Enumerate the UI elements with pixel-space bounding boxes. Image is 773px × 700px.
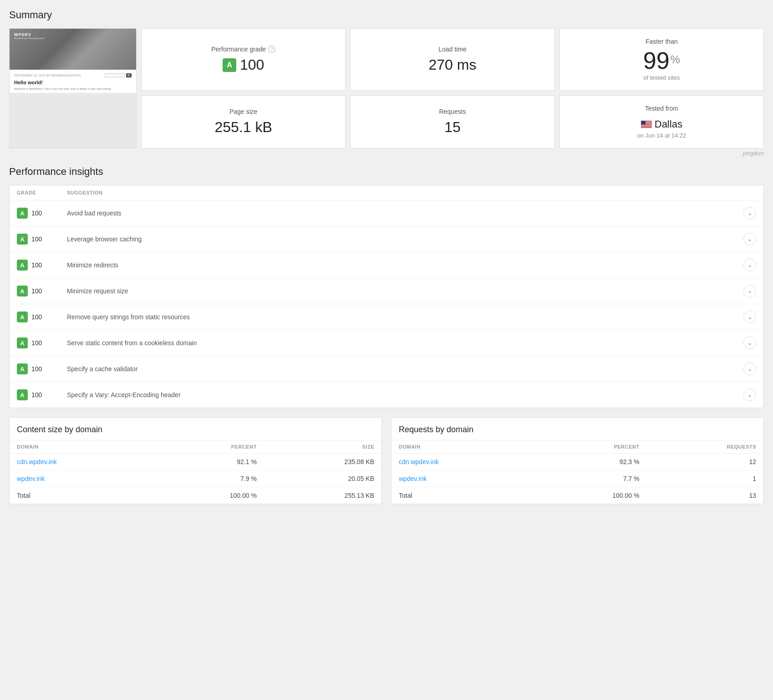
- size-cell: 20.05 KB: [264, 470, 381, 487]
- requests-col-header: REQUESTS: [646, 440, 763, 454]
- bottom-grid: Content size by domain DOMAIN PERCENT SI…: [9, 417, 764, 504]
- insight-suggestion: Serve static content from a cookieless d…: [67, 339, 743, 347]
- expand-button[interactable]: ⌄: [743, 285, 756, 297]
- requests-label: Requests: [439, 108, 466, 115]
- svg-rect-12: [641, 128, 652, 128]
- insight-row[interactable]: A 100 Minimize request size ⌄: [10, 278, 763, 304]
- requests-value: 15: [444, 119, 461, 136]
- insight-row[interactable]: A 100 Specify a Vary: Accept-Encoding he…: [10, 382, 763, 408]
- svg-rect-11: [641, 127, 652, 128]
- faster-than-card: Faster than 99 % of tested sites: [559, 28, 764, 91]
- domain-cell: wpdev.ink: [392, 470, 536, 487]
- insights-header: Grade Suggestion: [10, 185, 763, 200]
- grade-badge: A: [223, 58, 236, 72]
- insight-row[interactable]: A 100 Specify a cache validator ⌄: [10, 356, 763, 382]
- faster-than-value: 99 %: [643, 49, 680, 72]
- insights-section: Performance insights Grade Suggestion A …: [9, 166, 764, 408]
- page-size-value: 255.1 kB: [215, 119, 272, 136]
- insight-score: 100: [31, 261, 42, 269]
- insight-row[interactable]: A 100 Avoid bad requests ⌄: [10, 200, 763, 226]
- performance-grade-value: A 100: [223, 56, 264, 73]
- domain-cell: wpdev.ink: [10, 470, 154, 487]
- insight-badge: A: [17, 208, 28, 219]
- table-row: wpdev.ink 7.9 % 20.05 KB: [10, 470, 381, 487]
- insight-badge: A: [17, 337, 28, 348]
- screenshot-card: WPDEV WordPress Development NOVEMBER 13,…: [9, 28, 137, 148]
- grade-column-header: Grade: [17, 190, 67, 195]
- summary-section: Summary WPDEV WordPress Development NOVE…: [9, 9, 764, 157]
- table-row: cdn.wpdev.ink 92.1 % 235.08 KB: [10, 454, 381, 470]
- insight-suggestion: Minimize request size: [67, 287, 743, 295]
- load-time-card: Load time 270 ms: [350, 28, 554, 91]
- requests-cell: 1: [646, 470, 763, 487]
- requests-by-domain-section: Requests by domain DOMAIN PERCENT REQUES…: [391, 417, 764, 504]
- screenshot-image: WPDEV WordPress Development NOVEMBER 13,…: [10, 29, 136, 148]
- expand-button[interactable]: ⌄: [743, 233, 756, 245]
- insight-score: 100: [31, 391, 42, 399]
- insights-table: Grade Suggestion A 100 Avoid bad request…: [9, 185, 764, 408]
- performance-grade-card: Performance grade ? A 100: [141, 28, 346, 91]
- tested-date: on Jun 14 at 14:22: [637, 132, 686, 139]
- content-size-table: DOMAIN PERCENT SIZE cdn.wpdev.ink 92.1 %…: [10, 440, 381, 504]
- us-flag-icon: [641, 121, 652, 128]
- percent-cell: 100.00 %: [154, 487, 264, 504]
- percent-cell: 100.00 %: [536, 487, 646, 504]
- summary-grid: WPDEV WordPress Development NOVEMBER 13,…: [9, 28, 764, 148]
- expand-button[interactable]: ⌄: [743, 388, 756, 401]
- pingdom-credit: pingdom: [9, 150, 764, 157]
- insight-suggestion: Specify a cache validator: [67, 365, 743, 373]
- tested-location: Dallas: [641, 118, 682, 130]
- svg-rect-9: [641, 126, 652, 126]
- percent-cell: 92.3 %: [536, 454, 646, 470]
- expand-button[interactable]: ⌄: [743, 259, 756, 271]
- insight-row[interactable]: A 100 Serve static content from a cookie…: [10, 330, 763, 356]
- percent-col-header: PERCENT: [154, 440, 264, 454]
- percent-cell: 7.7 %: [536, 470, 646, 487]
- expand-button[interactable]: ⌄: [743, 311, 756, 323]
- expand-button[interactable]: ⌄: [743, 363, 756, 375]
- requests-cell: 13: [646, 487, 763, 504]
- insight-score: 100: [31, 339, 42, 347]
- tested-from-card: Tested from: [559, 95, 764, 148]
- insights-title: Performance insights: [9, 166, 764, 178]
- tested-from-label: Tested from: [645, 105, 678, 112]
- insight-suggestion: Minimize redirects: [67, 261, 743, 269]
- insight-suggestion: Remove query strings from static resourc…: [67, 313, 743, 321]
- svg-rect-10: [641, 126, 652, 127]
- help-icon[interactable]: ?: [268, 46, 275, 53]
- size-cell: 235.08 KB: [264, 454, 381, 470]
- insight-suggestion: Leverage browser caching: [67, 235, 743, 243]
- screenshot-nav: NOVEMBER 13, 2015 BY BRANDLERLESION 🔍 He…: [10, 70, 136, 93]
- screenshot-logo: WPDEV: [14, 32, 31, 37]
- page-size-card: Page size 255.1 kB: [141, 95, 346, 148]
- load-time-value: 270 ms: [429, 56, 477, 73]
- insight-row[interactable]: A 100 Minimize redirects ⌄: [10, 252, 763, 278]
- insight-suggestion: Avoid bad requests: [67, 209, 743, 217]
- page-size-label: Page size: [229, 108, 257, 115]
- percent-col-header: PERCENT: [536, 440, 646, 454]
- insight-badge: A: [17, 389, 28, 400]
- insight-badge: A: [17, 260, 28, 271]
- requests-by-domain-table: DOMAIN PERCENT REQUESTS cdn.wpdev.ink 92…: [392, 440, 763, 504]
- table-row: cdn.wpdev.ink 92.3 % 12: [392, 454, 763, 470]
- expand-button[interactable]: ⌄: [743, 207, 756, 220]
- insight-row[interactable]: A 100 Leverage browser caching ⌄: [10, 226, 763, 252]
- table-row: Total 100.00 % 255.13 KB: [10, 487, 381, 504]
- insight-row[interactable]: A 100 Remove query strings from static r…: [10, 304, 763, 330]
- domain-cell: Total: [392, 487, 536, 504]
- content-size-section: Content size by domain DOMAIN PERCENT SI…: [9, 417, 382, 504]
- insight-badge: A: [17, 312, 28, 322]
- insight-badge: A: [17, 363, 28, 374]
- faster-than-label: Faster than: [646, 38, 678, 45]
- insight-score: 100: [31, 209, 42, 217]
- screenshot-content-text: Welcome to WordPress. This is your first…: [14, 87, 132, 91]
- expand-button[interactable]: ⌄: [743, 337, 756, 349]
- requests-card: Requests 15: [350, 95, 554, 148]
- insight-score: 100: [31, 287, 42, 295]
- domain-col-header: DOMAIN: [10, 440, 154, 454]
- summary-title: Summary: [9, 9, 764, 21]
- domain-cell: cdn.wpdev.ink: [10, 454, 154, 470]
- insight-score: 100: [31, 365, 42, 373]
- insight-badge: A: [17, 234, 28, 245]
- domain-cell: Total: [10, 487, 154, 504]
